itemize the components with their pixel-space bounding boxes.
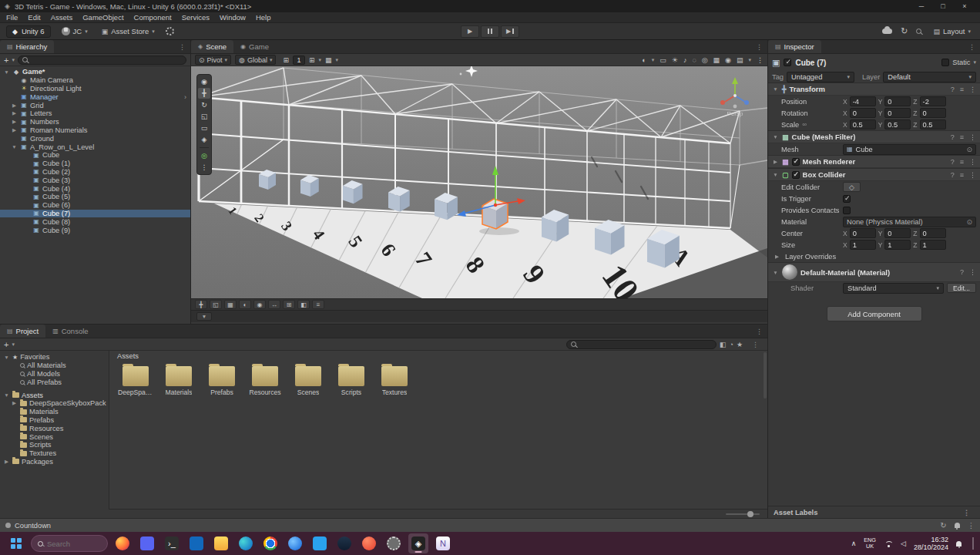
foldout-icon[interactable]: ▼ (772, 134, 779, 140)
rotation-z-field[interactable]: 0 (920, 108, 946, 118)
tag-dropdown[interactable]: Untagged▾ (787, 72, 854, 82)
help-icon[interactable]: ? (960, 268, 964, 276)
tab-project[interactable]: ▤ Project (0, 325, 45, 338)
filter-type-icon[interactable]: ◧ (720, 341, 727, 348)
foldout-icon[interactable]: ▶ (11, 127, 18, 133)
hierarchy-item[interactable]: ▣Cube (2) (0, 168, 190, 177)
chevron-down-icon[interactable]: ▾ (319, 57, 322, 63)
hierarchy-item[interactable]: ▣Cube (6) (0, 201, 190, 210)
minimize-icon[interactable]: ─ (911, 0, 932, 12)
scene-viewport[interactable]: 1 2 3 4 5 6 7 8 9 10 A (191, 66, 767, 298)
hidden-objects-icon[interactable]: ◎ (702, 56, 708, 64)
content-breadcrumb[interactable]: Assets (109, 351, 767, 362)
add-component-button[interactable]: Add Component (827, 306, 922, 321)
hierarchy-item[interactable]: ▣Cube (5) (0, 193, 190, 201)
scale-z-field[interactable]: 0.5 (920, 119, 946, 130)
hierarchy-item[interactable]: ▶▣Numbers (0, 118, 190, 126)
foldout-icon[interactable]: ▼ (3, 392, 10, 398)
foldout-icon[interactable]: ▶ (775, 254, 782, 260)
tree-folder-item[interactable]: Resources (0, 424, 108, 432)
progress-menu-icon[interactable]: ⋮ (968, 521, 975, 530)
taskbar-icon-unity-editor[interactable]: ◈ (408, 533, 428, 553)
snap-increment-field[interactable]: 1 (293, 56, 305, 65)
panel-menu-icon[interactable]: ⋮ (751, 43, 767, 51)
history-icon[interactable]: ↻ (901, 26, 908, 36)
menu-item-window[interactable]: Window (220, 13, 246, 22)
mesh-field[interactable]: ▦ Cube ⊙ (843, 144, 976, 155)
folder-item[interactable]: Resources (248, 366, 282, 396)
presets-icon[interactable]: ≡ (960, 171, 964, 179)
chevron-down-icon[interactable]: ▾ (12, 341, 15, 348)
presets-icon[interactable]: ≡ (960, 133, 964, 141)
foldout-icon[interactable]: ▼ (772, 172, 779, 177)
context-menu-icon[interactable]: ⋮ (969, 268, 976, 276)
mesh-renderer-checkbox[interactable] (792, 158, 800, 166)
taskbar-icon-edge[interactable] (236, 533, 256, 553)
hierarchy-search-input[interactable] (30, 56, 182, 64)
center-x-field[interactable]: 0 (850, 228, 876, 238)
hierarchy-search[interactable] (18, 56, 186, 65)
chevron-down-icon[interactable]: ▾ (652, 57, 655, 63)
add-object-button[interactable]: + (4, 56, 8, 64)
mesh-filter-header[interactable]: ▼ ▦ Cube (Mesh Filter) ?≡⋮ (768, 130, 980, 143)
grid-overlay-icon[interactable]: ◱ (210, 300, 222, 309)
scrollbar[interactable] (764, 352, 767, 399)
play-button[interactable]: ▶ (461, 25, 479, 38)
foldout-icon[interactable]: ▼ (3, 69, 10, 75)
thumbnail-size-slider[interactable] (726, 513, 760, 515)
view-tool-icon[interactable]: ◉ (198, 76, 210, 87)
help-icon[interactable]: ? (951, 171, 955, 179)
foldout-icon[interactable]: ▶ (11, 103, 18, 109)
global-dropdown[interactable]: ◍ Global ▾ (235, 55, 276, 65)
shading-overlay-icon[interactable]: ◐ (239, 300, 251, 309)
packages-row[interactable]: ▶ Packages (0, 458, 108, 466)
chevron-down-icon[interactable]: ▾ (336, 57, 339, 63)
size-x-field[interactable]: 1 (850, 240, 876, 250)
provides-contacts-checkbox[interactable] (843, 207, 851, 214)
context-menu-icon[interactable]: ⋮ (958, 509, 975, 516)
search-icon[interactable] (916, 29, 921, 34)
layout-dropdown[interactable]: ▤ Layout ▾ (930, 25, 974, 38)
chevron-down-icon[interactable]: ▾ (973, 59, 976, 66)
clock[interactable]: 16:32 28/10/2024 (914, 536, 948, 551)
foldout-icon[interactable]: ▶ (11, 119, 18, 125)
taskbar-icon-firefox[interactable] (112, 533, 133, 553)
help-icon[interactable]: ? (951, 86, 955, 93)
snap-overlay-icon[interactable]: ⊞ (283, 300, 295, 309)
position-x-field[interactable]: -4 (850, 96, 876, 106)
tab-console[interactable]: ▥ Console (45, 325, 95, 338)
size-y-field[interactable]: 1 (884, 240, 911, 250)
presets-icon[interactable]: ≡ (960, 158, 964, 166)
project-search-input[interactable] (579, 341, 712, 348)
favorite-filter-icon[interactable]: ★ (737, 341, 743, 348)
favorites-row[interactable]: ▼ ★ Favorites (0, 353, 108, 362)
taskbar-icon-chrome[interactable] (260, 533, 280, 553)
foldout-icon[interactable]: ▼ (3, 355, 10, 360)
panel-menu-icon[interactable]: ⋮ (751, 328, 767, 335)
menu-item-assets[interactable]: Assets (51, 13, 73, 22)
slider-knob[interactable] (747, 511, 753, 517)
rect-tool-icon[interactable]: ▭ (198, 123, 210, 133)
pause-button[interactable] (481, 25, 499, 38)
pivot-dropdown[interactable]: ⊙ Pivot ▾ (195, 55, 231, 65)
create-asset-button[interactable]: + (4, 341, 8, 348)
presets-icon[interactable]: ≡ (960, 86, 964, 93)
tab-hierarchy[interactable]: ▤ Hierarchy (0, 40, 54, 53)
help-icon[interactable]: ? (951, 133, 955, 141)
folder-item[interactable]: Textures (378, 366, 411, 396)
transform-header[interactable]: ▼ ╋ Transform ? ≡ ⋮ (768, 82, 980, 96)
rotation-x-field[interactable]: 0 (850, 108, 876, 118)
tree-folder-item[interactable]: Scenes (0, 432, 108, 441)
hierarchy-item[interactable]: ☀Directional Light (0, 85, 190, 93)
asset-store-button[interactable]: ▣ Asset Store ▾ (99, 25, 158, 38)
hierarchy-item[interactable]: ▣Manager› (0, 92, 190, 101)
transform-tool-icon[interactable]: ◈ (198, 134, 210, 145)
chevron-down-icon[interactable]: ▾ (12, 57, 15, 63)
mesh-renderer-header[interactable]: ▶ ▦ Mesh Renderer ?≡⋮ (768, 155, 980, 168)
taskbar-icon-brave[interactable] (359, 533, 379, 553)
scale-y-field[interactable]: 0.5 (884, 119, 911, 130)
shader-dropdown[interactable]: Standard▾ (843, 283, 944, 294)
object-name[interactable]: Cube (7) (795, 59, 826, 67)
folder-item[interactable]: Materials (162, 366, 196, 396)
panel-menu-icon[interactable]: ⋮ (964, 43, 980, 51)
